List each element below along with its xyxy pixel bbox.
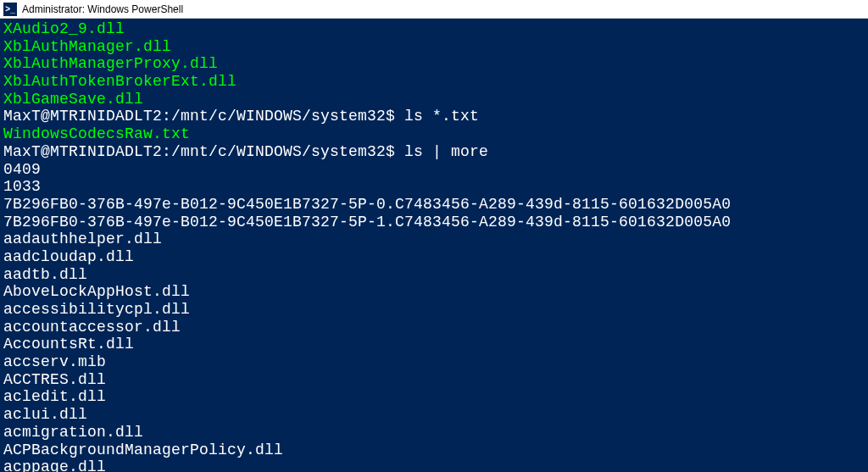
- file-listing-item: WindowsCodecsRaw.txt: [3, 125, 865, 143]
- file-listing-item: aclui.dll: [3, 406, 865, 424]
- file-listing-item: aadtb.dll: [3, 266, 865, 284]
- file-listing-item: accessibilitycpl.dll: [3, 301, 865, 319]
- file-listing-item: acmigration.dll: [3, 424, 865, 441]
- file-listing-item: AboveLockAppHost.dll: [3, 283, 865, 301]
- window-titlebar[interactable]: >_ Administrator: Windows PowerShell: [0, 0, 868, 19]
- prompt-line: MaxT@MTRINIDADLT2:/mnt/c/WINDOWS/system3…: [3, 143, 865, 161]
- file-listing-item: AccountsRt.dll: [3, 336, 865, 353]
- file-listing-item: ACPBackgroundManagerPolicy.dll: [3, 441, 865, 459]
- file-listing-item: XblAuthManager.dll: [3, 38, 865, 56]
- file-listing-item: acledit.dll: [3, 388, 865, 406]
- file-listing-item: XblGameSave.dll: [3, 91, 865, 108]
- terminal-area[interactable]: XAudio2_9.dll XblAuthManager.dll XblAuth…: [0, 19, 868, 472]
- prompt-command: ls | more: [404, 143, 488, 160]
- file-listing-item: acppage.dll: [3, 458, 865, 472]
- powershell-icon-glyph: >_: [5, 4, 14, 14]
- file-listing-item: 1033: [3, 178, 865, 196]
- file-listing-item: ACCTRES.dll: [3, 371, 865, 389]
- window-title: Administrator: Windows PowerShell: [22, 3, 183, 15]
- file-listing-item: 7B296FB0-376B-497e-B012-9C450E1B7327-5P-…: [3, 196, 865, 214]
- file-listing-item: XblAuthManagerProxy.dll: [3, 55, 865, 73]
- file-listing-item: accserv.mib: [3, 353, 865, 371]
- file-listing-item: aadauthhelper.dll: [3, 230, 865, 248]
- file-listing-item: 0409: [3, 161, 865, 179]
- powershell-icon: >_: [3, 3, 17, 16]
- file-listing-item: 7B296FB0-376B-497e-B012-9C450E1B7327-5P-…: [3, 214, 865, 231]
- file-listing-item: XblAuthTokenBrokerExt.dll: [3, 73, 865, 91]
- file-listing-item: XAudio2_9.dll: [3, 20, 865, 38]
- prompt-command: ls *.txt: [404, 108, 479, 125]
- file-listing-item: accountaccessor.dll: [3, 319, 865, 336]
- prompt-prefix: MaxT@MTRINIDADLT2:/mnt/c/WINDOWS/system3…: [3, 108, 404, 125]
- prompt-prefix: MaxT@MTRINIDADLT2:/mnt/c/WINDOWS/system3…: [3, 143, 404, 160]
- prompt-line: MaxT@MTRINIDADLT2:/mnt/c/WINDOWS/system3…: [3, 108, 865, 125]
- file-listing-item: aadcloudap.dll: [3, 248, 865, 266]
